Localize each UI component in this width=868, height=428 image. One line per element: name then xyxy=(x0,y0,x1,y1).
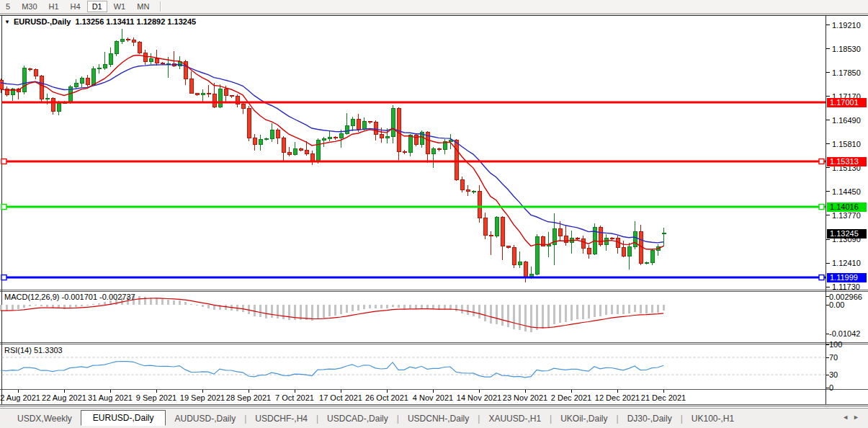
macd-histogram-bar xyxy=(611,305,613,314)
macd-histogram-bar xyxy=(6,305,8,311)
price-axis-label: 1.17850 xyxy=(832,68,861,77)
macd-histogram-bar xyxy=(657,305,659,313)
macd-histogram-bar xyxy=(23,305,25,308)
tab-audusd-daily[interactable]: AUDUSD-,Daily xyxy=(166,411,244,426)
macd-histogram-bar xyxy=(582,305,584,319)
macd-histogram-bar xyxy=(392,305,394,307)
macd-histogram-bar xyxy=(225,305,227,310)
macd-histogram-bar xyxy=(138,296,140,305)
tab-scroll-left-icon[interactable]: ◄ xyxy=(842,414,853,421)
window-menu-icon[interactable]: ▼ xyxy=(4,19,10,25)
macd-histogram-bar xyxy=(340,305,342,314)
price-axis-label: 1.15810 xyxy=(832,140,861,148)
price-axis-label: 1.14450 xyxy=(832,187,861,196)
date-label: 21 Dec 2021 xyxy=(641,393,686,402)
macd-histogram-bar xyxy=(288,305,290,320)
macd-histogram-bar xyxy=(161,299,164,305)
macd-histogram-bar xyxy=(173,300,175,305)
date-label: 12 Aug 2021 xyxy=(0,393,40,402)
macd-histogram-bar xyxy=(461,305,463,313)
tab-ukoil-daily[interactable]: UKOil-,Daily xyxy=(552,411,616,426)
rsi-axis-label: 100 xyxy=(829,340,842,349)
hline-handle[interactable] xyxy=(1,205,6,210)
tab-usdcad-daily[interactable]: USDCAD-,Daily xyxy=(318,411,397,426)
date-label: 26 Oct 2021 xyxy=(365,393,408,402)
macd-histogram-bar xyxy=(328,305,331,316)
rsi-axis-label: 30 xyxy=(829,370,838,379)
macd-histogram-bar xyxy=(398,305,400,308)
date-label: 17 Oct 2021 xyxy=(319,393,362,402)
hline-handle[interactable] xyxy=(819,205,824,210)
price-axis-label: 1.12410 xyxy=(832,259,861,267)
macd-histogram-bar xyxy=(507,305,509,327)
macd-histogram-bar xyxy=(599,305,601,316)
macd-histogram-bar xyxy=(634,305,636,312)
macd-histogram-bar xyxy=(17,305,19,309)
date-label: 28 Sep 2021 xyxy=(226,393,271,402)
date-label: 14 Nov 2021 xyxy=(457,393,501,402)
macd-histogram-bar xyxy=(524,305,527,331)
macd-histogram-bar xyxy=(421,305,423,308)
macd-histogram-bar xyxy=(334,305,336,316)
macd-histogram-bar xyxy=(317,305,319,319)
macd-histogram-bar xyxy=(415,305,417,309)
macd-histogram-bar xyxy=(12,305,14,310)
date-label: 12 Dec 2021 xyxy=(595,393,640,402)
date-label: 22 Aug 2021 xyxy=(42,393,86,402)
macd-histogram-bar xyxy=(449,305,452,309)
hline-handle[interactable] xyxy=(819,275,824,280)
macd-histogram-bar xyxy=(617,305,619,314)
macd-axis-label: 0.002966 xyxy=(829,293,862,301)
tab-xauusd-h1[interactable]: XAUUSD-,H1 xyxy=(480,411,550,426)
macd-histogram-bar xyxy=(501,305,504,326)
tab-dj30-daily[interactable]: DJ30-,Daily xyxy=(619,411,681,426)
macd-histogram-bar xyxy=(571,305,573,321)
rsi-axis-label: 0 xyxy=(829,383,833,392)
chart-title-symbol: EURUSD-,Daily xyxy=(14,17,71,26)
rsi-axis-label: 70 xyxy=(829,353,838,362)
macd-histogram-bar xyxy=(305,305,308,320)
tab-scroll-right-icon[interactable]: ► xyxy=(853,414,864,421)
macd-histogram-bar xyxy=(490,305,492,324)
macd-histogram-bar xyxy=(179,300,181,305)
date-label: 4 Nov 2021 xyxy=(413,393,453,402)
tab-usdx-weekly[interactable]: USDX,Weekly xyxy=(9,411,81,426)
date-label: 31 Aug 2021 xyxy=(88,393,133,402)
macd-histogram-bar xyxy=(588,305,590,318)
tab-usdcnh-daily[interactable]: USDCNH-,Daily xyxy=(399,411,478,426)
macd-histogram-bar xyxy=(444,305,446,309)
macd-histogram-bar xyxy=(156,298,158,305)
chart-background xyxy=(0,14,868,406)
macd-histogram-bar xyxy=(352,305,354,311)
macd-histogram-bar xyxy=(380,305,382,308)
chart-tabs-bar: USDX,WeeklyEURUSD-,DailyAUDUSD-,Daily|US… xyxy=(0,408,868,428)
date-label: 2 Dec 2021 xyxy=(551,393,591,402)
chart-canvas[interactable]: 1.192101.185301.178501.171701.164901.158… xyxy=(0,0,868,408)
macd-histogram-bar xyxy=(496,305,498,324)
macd-histogram-bar xyxy=(242,305,244,312)
macd-histogram-bar xyxy=(323,305,325,318)
macd-histogram-bar xyxy=(576,305,578,319)
hline-handle[interactable] xyxy=(1,275,6,280)
price-axis-label: 1.19210 xyxy=(832,21,861,30)
macd-histogram-bar xyxy=(622,305,625,314)
tab-scroll-arrows[interactable]: ◄► xyxy=(842,414,864,421)
macd-histogram-bar xyxy=(530,305,532,332)
macd-histogram-bar xyxy=(254,305,256,316)
macd-histogram-bar xyxy=(196,305,198,306)
hline-handle[interactable] xyxy=(1,159,6,164)
macd-histogram-bar xyxy=(375,305,377,308)
hline-handle[interactable] xyxy=(819,159,824,164)
macd-histogram-bar xyxy=(184,302,187,305)
price-axis-label: 1.13770 xyxy=(832,211,861,220)
macd-histogram-bar xyxy=(190,304,192,305)
macd-histogram-bar xyxy=(75,305,77,307)
tab-uk100-h1[interactable]: UK100-,H1 xyxy=(683,411,743,426)
macd-current-values: -0.001701 -0.002737 xyxy=(61,293,135,301)
macd-histogram-bar xyxy=(553,305,555,324)
macd-histogram-bar xyxy=(640,305,642,313)
macd-histogram-bar xyxy=(259,305,261,317)
tab-eurusd-daily[interactable]: EURUSD-,Daily xyxy=(81,410,166,426)
tab-usdchf-h4[interactable]: USDCHF-,H4 xyxy=(246,411,316,426)
chart-title-ohlc: 1.13256 1.13411 1.12892 1.13245 xyxy=(76,17,197,26)
